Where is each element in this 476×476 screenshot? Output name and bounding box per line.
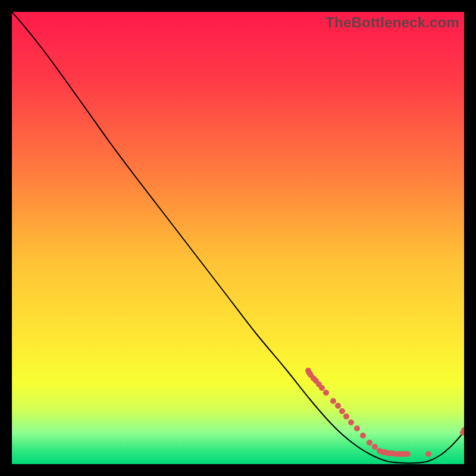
data-point <box>372 444 378 450</box>
data-point <box>425 451 431 457</box>
chart-stage: TheBottleneck.com <box>0 0 476 476</box>
data-point <box>319 385 325 391</box>
data-point <box>367 440 372 446</box>
data-point <box>405 451 411 457</box>
data-point <box>343 414 349 419</box>
data-point <box>339 408 345 414</box>
data-point <box>354 425 360 431</box>
data-markers <box>305 368 464 457</box>
series-layer <box>12 12 464 464</box>
curve-line <box>12 12 464 463</box>
data-point <box>360 433 366 439</box>
data-point <box>330 398 336 404</box>
data-point <box>335 403 341 409</box>
plot-area: TheBottleneck.com <box>12 12 464 464</box>
data-point <box>323 390 329 396</box>
data-point <box>348 419 354 425</box>
